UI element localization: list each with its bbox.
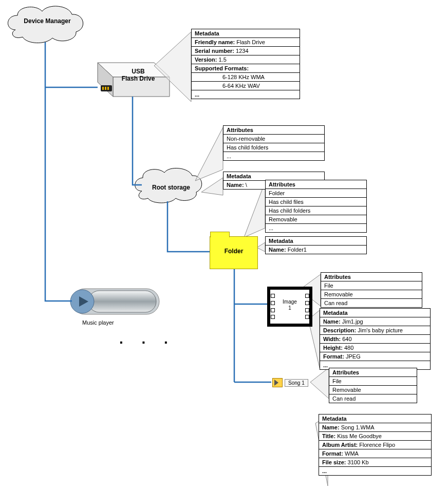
song-label: Song 1 bbox=[285, 379, 308, 387]
table-row: ... bbox=[266, 224, 366, 232]
table-row: ... bbox=[223, 152, 324, 160]
song-attributes-table: Attributes FileRemovableCan read bbox=[329, 368, 417, 403]
usb-metadata-table: Metadata Friendly name: Flash DriveSeria… bbox=[191, 29, 300, 99]
image-metadata-table: Metadata Name: Jim1.jpgDescription: Jim'… bbox=[320, 308, 431, 370]
table-row: File bbox=[321, 281, 422, 290]
table-row: Removable bbox=[329, 386, 417, 394]
image-node: Image1 bbox=[267, 287, 312, 327]
table-row: File bbox=[329, 377, 417, 386]
table-row: Removable bbox=[266, 215, 366, 224]
table-row: Can read bbox=[329, 394, 417, 403]
music-player-label: Music player bbox=[82, 319, 144, 326]
table-row: Removable bbox=[321, 290, 422, 299]
song-metadata-table: Metadata Name: Song 1.WMATitle: Kiss Me … bbox=[319, 414, 432, 476]
table-row: Non-removable bbox=[223, 135, 324, 143]
table-row: Has child folders bbox=[266, 206, 366, 215]
usb-drive-label-2: Flash Drive bbox=[114, 75, 162, 82]
table-row: Friendly name: Flash Drive bbox=[192, 38, 300, 47]
table-row: Name: Folder1 bbox=[266, 246, 366, 254]
song-node: Song 1 bbox=[272, 378, 308, 387]
table-row: Title: Kiss Me Goodbye bbox=[319, 432, 431, 441]
table-row: Name: Jim1.jpg bbox=[320, 317, 430, 326]
table-row: Version: 1.5 bbox=[192, 55, 300, 64]
speaker-icon bbox=[272, 378, 283, 387]
image-attributes-table: Attributes FileRemovableCan read bbox=[321, 272, 422, 308]
svg-rect-8 bbox=[88, 291, 156, 312]
svg-rect-5 bbox=[105, 87, 106, 90]
folder-attributes-table: Attributes FolderHas child filesHas chil… bbox=[265, 180, 367, 233]
table-row: Height: 480 bbox=[320, 344, 430, 352]
table-row: Has child files bbox=[266, 198, 366, 206]
table-row: Album Artist: Florence Flipo bbox=[319, 441, 431, 449]
table-row: Name: Song 1.WMA bbox=[319, 423, 431, 432]
root-attributes-table: Attributes Non-removableHas child folder… bbox=[223, 125, 325, 161]
svg-marker-15 bbox=[310, 368, 329, 399]
svg-marker-13 bbox=[244, 182, 265, 237]
table-row: Format: WMA bbox=[319, 449, 431, 458]
svg-marker-18 bbox=[201, 178, 223, 195]
folder-metadata-table: Metadata Name: Folder1 bbox=[265, 236, 367, 254]
root-storage-label: Root storage bbox=[143, 184, 199, 191]
table-row: Has child folders bbox=[223, 143, 324, 152]
svg-rect-6 bbox=[107, 87, 109, 90]
table-row: File size: 3100 Kb bbox=[319, 458, 431, 467]
table-row: 6-64 KHz WAV bbox=[192, 82, 300, 90]
table-row: Supported Formats: bbox=[192, 64, 300, 73]
svg-marker-17 bbox=[257, 242, 265, 252]
table-row: Folder bbox=[266, 189, 366, 198]
folder-label: Folder bbox=[210, 248, 258, 255]
usb-drive-label-1: USB bbox=[114, 68, 162, 75]
table-row: 6-128 KHz WMA bbox=[192, 73, 300, 82]
svg-rect-4 bbox=[102, 87, 104, 90]
table-row: Can read bbox=[321, 299, 422, 307]
table-row: ... bbox=[192, 90, 300, 99]
music-player-shape bbox=[70, 289, 159, 314]
table-row: Width: 640 bbox=[320, 335, 430, 344]
svg-marker-12 bbox=[195, 127, 223, 181]
folder-node: Folder bbox=[210, 236, 258, 269]
ellipsis-icon: . . . bbox=[119, 331, 175, 347]
table-row: Description: Jim's baby picture bbox=[320, 326, 430, 335]
table-row: ... bbox=[319, 467, 431, 475]
table-row: Serial number: 1234 bbox=[192, 47, 300, 55]
table-row: Format: JPEG bbox=[320, 352, 430, 361]
device-manager-label: Device Manager bbox=[11, 17, 83, 25]
